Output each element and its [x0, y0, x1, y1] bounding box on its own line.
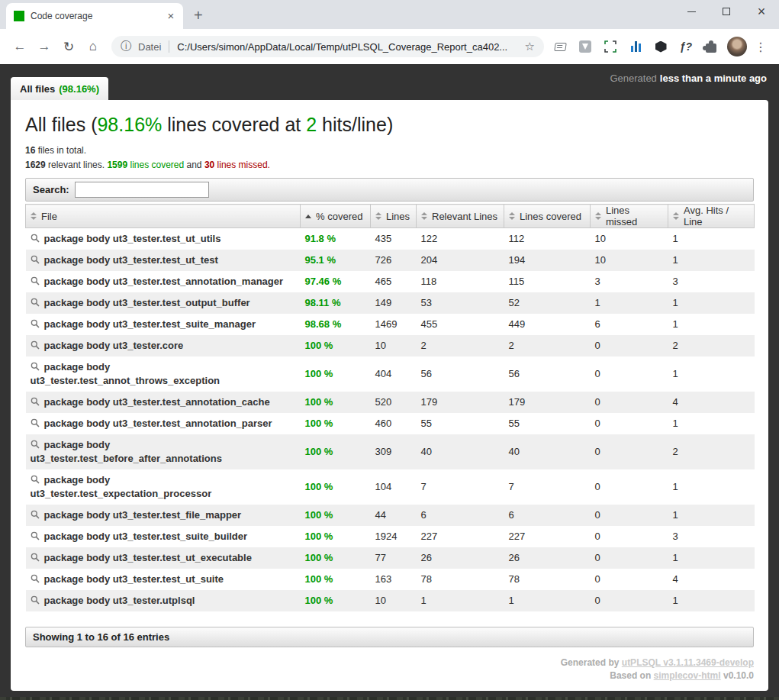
cell-relevant-lines: 7 — [417, 469, 504, 505]
cell-relevant-lines: 1 — [417, 590, 504, 611]
generator-link[interactable]: utPLSQL v3.1.11.3469-develop — [622, 657, 754, 668]
maximize-button[interactable] — [709, 0, 744, 23]
histogram-icon — [631, 41, 641, 52]
table-row[interactable]: package body ut3_tester.core 100 % 10 2 … — [26, 335, 755, 356]
title-percent: 98.16% — [97, 114, 162, 135]
table-row[interactable]: package body ut3_tester.test_ut_utils 91… — [26, 228, 755, 250]
column-header[interactable]: Relevant Lines — [417, 205, 504, 228]
file-name[interactable]: package body ut3_tester.test_ut_test — [44, 254, 218, 266]
table-row[interactable]: package body ut3_tester.test_suite_build… — [26, 526, 755, 547]
cell-file: package body ut3_tester.utplsql — [26, 590, 301, 611]
table-row[interactable]: package bodyut3_tester.test_before_after… — [26, 434, 755, 469]
column-header[interactable]: Lines covered — [504, 205, 591, 228]
file-name[interactable]: package body ut3_tester.test_file_mapper — [44, 509, 242, 521]
all-files-tab-percent: (98.16%) — [59, 83, 99, 95]
back-icon[interactable]: ← — [8, 39, 32, 54]
tab-close-icon[interactable]: × — [165, 10, 177, 22]
cube-extension-icon[interactable] — [654, 40, 668, 53]
simplecov-link[interactable]: simplecov-html — [654, 670, 721, 681]
magnifier-icon — [31, 418, 40, 429]
table-row[interactable]: package body ut3_tester.test_ut_test 95.… — [26, 250, 755, 271]
table-row[interactable]: package body ut3_tester.test_ut_executab… — [26, 547, 755, 569]
cell-lines: 10 — [371, 335, 417, 356]
file-name[interactable]: package bodyut3_tester.test_annot_throws… — [31, 361, 221, 386]
cell-lines: 1469 — [371, 314, 417, 335]
file-name[interactable]: package body ut3_tester.utplsql — [44, 595, 195, 606]
cell-avg-hits: 3 — [668, 526, 755, 547]
missed-summary: 30 lines missed. — [204, 160, 270, 170]
file-name[interactable]: package body ut3_tester.test_ut_suite — [44, 573, 224, 585]
magnifier-icon — [31, 318, 40, 330]
coverage-table-body: package body ut3_tester.test_ut_utils 91… — [26, 228, 755, 612]
table-row[interactable]: package body ut3_tester.test_annotation_… — [26, 413, 755, 434]
puzzle-icon — [706, 44, 716, 53]
file-name[interactable]: package body ut3_tester.test_suite_manag… — [44, 318, 256, 330]
profile-avatar[interactable] — [727, 37, 747, 56]
table-row[interactable]: package bodyut3_tester.test_annot_throws… — [26, 356, 755, 392]
address-bar[interactable]: ⓘ Datei C:/Users/simon/AppData/Local/Tem… — [111, 36, 544, 57]
cell-percent-covered: 100 % — [301, 413, 371, 434]
all-files-tab-label: All files — [20, 83, 55, 95]
extensions-menu-button[interactable] — [704, 40, 718, 53]
file-name[interactable]: package bodyut3_tester.test_expectation_… — [31, 474, 212, 499]
bookmark-star-icon[interactable]: ☆ — [525, 40, 535, 53]
notes-extension-icon[interactable] — [553, 40, 567, 53]
file-name[interactable]: package body ut3_tester.test_annotation_… — [44, 276, 284, 287]
cell-lines-missed: 3 — [591, 271, 668, 292]
file-name[interactable]: package body ut3_tester.test_ut_executab… — [44, 552, 252, 563]
cell-relevant-lines: 53 — [417, 292, 504, 314]
sort-icon — [595, 212, 601, 220]
histogram-extension-icon[interactable] — [629, 40, 642, 53]
tab-title: Code coverage — [31, 11, 165, 21]
cell-avg-hits: 1 — [668, 547, 755, 569]
home-icon[interactable]: ⌂ — [81, 39, 105, 54]
tab-all-files[interactable]: All files (98.16%) — [11, 77, 108, 100]
cell-lines: 460 — [371, 413, 417, 434]
minimize-button[interactable] — [674, 0, 709, 23]
table-row[interactable]: package body ut3_tester.test_ut_suite 10… — [26, 569, 755, 590]
cell-lines: 435 — [371, 228, 417, 250]
browser-menu-icon[interactable]: ⋮ — [755, 40, 767, 54]
magnifier-icon — [31, 276, 40, 287]
table-row[interactable]: package body ut3_tester.test_file_mapper… — [26, 505, 755, 526]
file-name[interactable]: package body ut3_tester.test_annotation_… — [44, 396, 270, 408]
new-tab-button[interactable]: + — [194, 8, 203, 23]
column-header[interactable]: % covered — [301, 205, 371, 228]
search-input[interactable] — [75, 182, 209, 198]
column-header[interactable]: Lines missed — [591, 205, 668, 228]
cell-lines-covered: 227 — [504, 526, 591, 547]
page-info-icon[interactable]: ⓘ — [121, 40, 131, 53]
based-on-line: Based on simplecov-html v0.10.0 — [25, 669, 754, 682]
column-header[interactable]: Lines — [371, 205, 417, 228]
magnifier-icon — [31, 396, 40, 408]
function-extension-icon[interactable]: ƒ? — [679, 40, 693, 53]
table-row[interactable]: package body ut3_tester.test_suite_manag… — [26, 314, 755, 335]
column-header[interactable]: File — [26, 205, 301, 228]
table-row[interactable]: package body ut3_tester.test_output_buff… — [26, 292, 755, 314]
file-name[interactable]: package body ut3_tester.test_annotation_… — [44, 418, 272, 429]
file-name[interactable]: package body ut3_tester.core — [44, 340, 184, 351]
table-row[interactable]: package body ut3_tester.test_annotation_… — [26, 392, 755, 413]
pdf-extension-icon[interactable] — [578, 40, 592, 53]
column-label: Avg. Hits / Line — [684, 205, 749, 227]
column-header[interactable]: Avg. Hits / Line — [668, 205, 755, 228]
close-button[interactable]: × — [744, 0, 779, 23]
cell-file: package body ut3_tester.test_ut_test — [26, 250, 301, 271]
file-name[interactable]: package body ut3_tester.test_suite_build… — [44, 531, 248, 542]
forward-icon[interactable]: → — [32, 39, 56, 54]
cell-lines: 1924 — [371, 526, 417, 547]
table-row[interactable]: package bodyut3_tester.test_expectation_… — [26, 469, 755, 505]
file-name[interactable]: package body ut3_tester.test_ut_utils — [44, 233, 221, 244]
file-name[interactable]: package body ut3_tester.test_output_buff… — [44, 297, 250, 308]
cell-avg-hits: 1 — [668, 356, 755, 392]
table-row[interactable]: package body ut3_tester.test_annotation_… — [26, 271, 755, 292]
reload-icon[interactable]: ↻ — [56, 39, 81, 55]
screenshot-extension-icon[interactable] — [604, 40, 617, 53]
function-icon: ƒ? — [680, 40, 692, 53]
url-text[interactable]: C:/Users/simon/AppData/Local/Temp/utPLSQ… — [177, 41, 518, 53]
cell-percent-covered: 98.68 % — [301, 314, 371, 335]
cell-lines: 520 — [371, 392, 417, 413]
table-row[interactable]: package body ut3_tester.utplsql 100 % 10… — [26, 590, 755, 611]
file-name[interactable]: package bodyut3_tester.test_before_after… — [31, 439, 222, 464]
browser-tab[interactable]: Code coverage × — [6, 3, 183, 29]
